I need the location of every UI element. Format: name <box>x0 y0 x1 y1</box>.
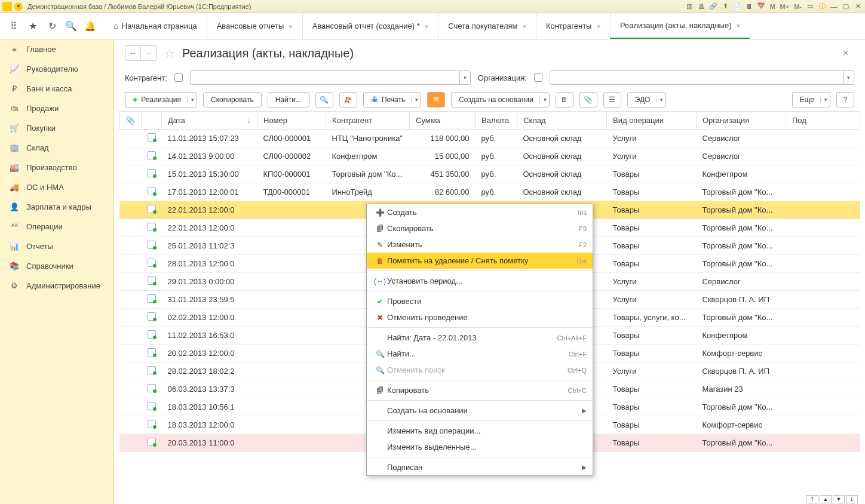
memory-mminus[interactable]: M- <box>793 3 803 10</box>
link-icon[interactable]: 🔗 <box>708 2 718 11</box>
search-icon[interactable]: 🔍 <box>66 21 76 32</box>
history-icon[interactable]: ↻ <box>47 21 57 32</box>
memory-mplus[interactable]: M+ <box>779 3 791 10</box>
menu-item-8[interactable]: ✖Отменить проведение <box>367 309 593 325</box>
scroll-up-button[interactable]: ▲ <box>820 495 832 503</box>
sidebar-item-1[interactable]: 📈Руководителю <box>0 59 114 79</box>
apps-icon[interactable]: ⠿ <box>8 21 19 32</box>
scroll-top-button[interactable]: ⤒ <box>806 495 818 503</box>
create-button[interactable]: + Реализация ▾ <box>125 92 197 107</box>
menu-item-0[interactable]: ➕СоздатьIns <box>367 204 593 220</box>
tab-close-icon[interactable]: × <box>737 22 740 29</box>
email-button[interactable]: ✉ <box>427 92 445 107</box>
col-number[interactable]: Номер <box>257 112 326 130</box>
col-sum[interactable]: Сумма <box>410 112 476 130</box>
notifications-icon[interactable]: 🔔 <box>85 21 96 32</box>
edo-button[interactable]: ЭДО ▾ <box>627 92 667 107</box>
minimize-icon[interactable]: — <box>829 2 839 11</box>
tab-close-icon[interactable]: × <box>522 23 526 30</box>
menu-item-19[interactable]: Изменить выделенные... <box>367 439 593 455</box>
table-row[interactable]: 14.01.2013 9:00:00 СЛ00-000002 Конфетпро… <box>119 147 860 165</box>
tab-close-icon[interactable]: × <box>425 23 428 30</box>
col-date[interactable]: Дата <box>162 112 257 130</box>
counterparty-dropdown-button[interactable]: ▾ <box>459 71 470 84</box>
maximize-icon[interactable]: ▢ <box>841 2 851 11</box>
organization-filter-checkbox[interactable] <box>534 73 542 82</box>
titlebar-icon-6[interactable]: ▭ <box>805 2 815 11</box>
sidebar-item-8[interactable]: 👤Зарплата и кадры <box>0 197 114 217</box>
sidebar-item-12[interactable]: ⚙Администрирование <box>0 276 114 296</box>
menu-item-2[interactable]: ✎ИзменитьF2 <box>367 236 593 253</box>
create-based-button[interactable]: Создать на основании ▾ <box>451 92 550 107</box>
cancel-search-button[interactable]: 🔍 <box>315 92 333 107</box>
memory-m[interactable]: M <box>768 3 776 10</box>
tab-2[interactable]: Счета покупателям× <box>438 13 536 39</box>
menu-item-10[interactable]: Найти: Дата - 22.01.2013Ctrl+Alt+F <box>367 330 593 346</box>
find-button[interactable]: Найти... <box>268 92 309 107</box>
table-row[interactable]: 11.01.2013 15:07:23 СЛ00-000001 НТЦ "Нан… <box>119 130 860 147</box>
tab-0[interactable]: Авансовые отчеты× <box>207 13 302 39</box>
sidebar-item-10[interactable]: 📊Отчеты <box>0 236 114 256</box>
sidebar-item-5[interactable]: 🏢Склад <box>0 138 114 158</box>
table-row[interactable]: 15.01.2013 15:30:00 КП00-000001 Торговый… <box>119 165 860 183</box>
titlebar-icon-1[interactable]: ▥ <box>685 2 694 11</box>
col-status[interactable] <box>142 112 162 130</box>
sidebar-item-11[interactable]: 📚Справочники <box>0 256 114 276</box>
tab-4[interactable]: Реализация (акты, накладные)× <box>610 13 750 39</box>
attach-button[interactable]: 📎 <box>579 92 597 107</box>
sidebar-item-2[interactable]: ₽Банк и касса <box>0 79 114 99</box>
sidebar-item-6[interactable]: 🏭Производство <box>0 158 114 177</box>
menu-item-14[interactable]: 🗐КопироватьCtrl+C <box>367 382 593 398</box>
calendar-icon[interactable]: 📅 <box>756 2 766 11</box>
sidebar-item-3[interactable]: 🛍Продажи <box>0 99 114 118</box>
col-op-type[interactable]: Вид операции <box>607 112 697 130</box>
menu-item-11[interactable]: 🔍Найти...Ctrl+F <box>367 346 593 362</box>
sidebar-item-9[interactable]: ᴬᴷОперации <box>0 217 114 236</box>
nav-forward-button[interactable]: → <box>141 46 157 60</box>
favorite-icon[interactable]: ★ <box>27 21 38 32</box>
titlebar-icon-5[interactable]: 📄 <box>732 2 742 11</box>
scroll-down-button[interactable]: ▼ <box>833 495 845 503</box>
col-attachment[interactable]: 📎 <box>119 112 142 130</box>
titlebar-icon-4[interactable]: ⬆ <box>720 2 730 11</box>
menu-item-18[interactable]: Изменить вид операции... <box>367 423 593 439</box>
tab-home[interactable]: ⌂ Начальная страница <box>104 13 207 39</box>
copy-button[interactable]: Скопировать <box>203 92 262 107</box>
menu-item-7[interactable]: ✔Провести <box>367 293 593 309</box>
more-button[interactable]: Еще ▾ <box>792 92 830 107</box>
organization-dropdown-button[interactable]: ▾ <box>843 71 854 84</box>
sidebar-item-7[interactable]: 🚚ОС и НМА <box>0 177 114 197</box>
close-window-icon[interactable]: ✕ <box>853 2 863 11</box>
list-view-button[interactable]: ☰ <box>603 92 621 107</box>
counterparty-filter-input[interactable]: ▾ <box>190 70 471 85</box>
dk-button[interactable]: Дᴷ <box>339 92 357 107</box>
tab-close-icon[interactable]: × <box>596 23 600 30</box>
print-button[interactable]: 🖶 Печать ▾ <box>363 92 421 107</box>
menu-item-5[interactable]: (↔)Установить период... <box>367 273 593 289</box>
menu-item-1[interactable]: 🗐СкопироватьF9 <box>367 220 593 236</box>
nav-back-button[interactable]: ← <box>125 46 141 60</box>
table-row[interactable]: 17.01.2013 12:00:01 ТД00-000001 ИнноТрей… <box>119 183 860 201</box>
favorite-toggle-icon[interactable]: ☆ <box>164 46 175 60</box>
doc-button-1[interactable]: 🗎 <box>556 92 573 107</box>
info-icon[interactable]: ⓘ <box>817 2 827 11</box>
help-button[interactable]: ? <box>836 92 854 107</box>
calculator-icon[interactable]: 🖩 <box>744 2 754 11</box>
menu-item-21[interactable]: Подписан▶ <box>367 459 593 475</box>
col-sub[interactable]: Под <box>786 112 860 130</box>
scroll-bottom-button[interactable]: ⤓ <box>846 495 858 503</box>
organization-filter-input[interactable]: ▾ <box>550 70 854 85</box>
print-icon[interactable]: 🖶 <box>697 2 706 11</box>
sidebar-item-4[interactable]: 🛒Покупки <box>0 118 114 138</box>
app-menu-dropdown[interactable]: ▼ <box>14 2 23 11</box>
menu-item-16[interactable]: Создать на основании▶ <box>367 402 593 419</box>
col-warehouse[interactable]: Склад <box>517 112 607 130</box>
tab-close-icon[interactable]: × <box>289 23 292 30</box>
close-page-button[interactable]: × <box>843 48 854 59</box>
menu-item-3[interactable]: 🗑Пометить на удаление / Снять пометкуDel <box>367 253 593 269</box>
col-currency[interactable]: Валюта <box>476 112 517 130</box>
col-counterparty[interactable]: Контрагент <box>326 112 410 130</box>
tab-3[interactable]: Контрагенты× <box>536 13 610 39</box>
col-organization[interactable]: Организация <box>697 112 786 130</box>
sidebar-item-0[interactable]: ≡Главное <box>0 39 114 59</box>
